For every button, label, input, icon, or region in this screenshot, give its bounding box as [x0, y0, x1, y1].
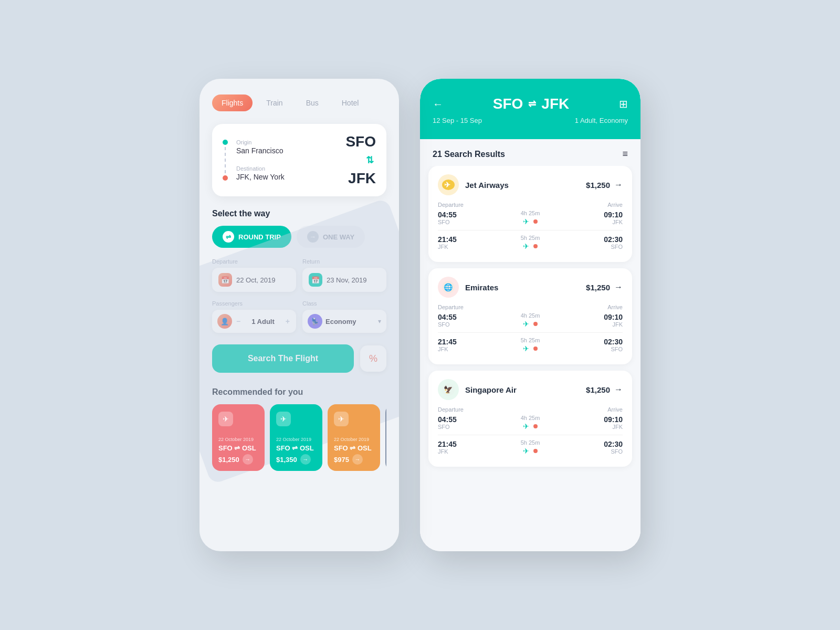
- return-value: 23 Nov, 2019: [327, 276, 366, 284]
- right-phone: ← SFO ⇌ JFK ⊞ 12 Sep - 15 Sep 1 Adult, E…: [420, 79, 640, 551]
- route-dashed-line: [225, 147, 226, 173]
- tabs-row: Flights Train Bus Hotel: [212, 94, 386, 111]
- destination-label: Destination: [236, 165, 337, 172]
- rec-price-1: $1,250 →: [218, 454, 258, 465]
- singapore-seg1-dest-dot: [533, 424, 538, 428]
- tab-hotel[interactable]: Hotel: [332, 94, 369, 111]
- round-trip-btn[interactable]: ⇌ ROUND TRIP: [212, 226, 291, 248]
- flight-card-emirates[interactable]: 🌐 Emirates $1,250 → Departure Arrive 04:…: [428, 268, 632, 364]
- jet-dep-arr-labels: Departure Arrive: [438, 202, 623, 208]
- rec-arrow-3: →: [352, 454, 363, 465]
- passengers-value: 1 Adult: [245, 318, 281, 326]
- departure-label: Departure: [212, 258, 296, 265]
- singapore-seg2-dep: 21:45 JFK: [438, 440, 464, 455]
- return-input[interactable]: 📅 23 Nov, 2019: [302, 268, 386, 292]
- pax-row: Passengers 👤 − 1 Adult + Class 💺 Economy…: [212, 300, 386, 333]
- round-trip-label: ROUND TRIP: [238, 233, 281, 241]
- tab-bus[interactable]: Bus: [297, 94, 328, 111]
- singapore-logo: 🦅: [438, 379, 459, 400]
- recommended-title: Recommended for you: [212, 387, 386, 397]
- rec-plane-icon-2: ✈: [276, 412, 291, 426]
- jet-seg1-arr-time: 09:10: [596, 211, 623, 219]
- jet-arr-label: Arrive: [607, 202, 623, 208]
- header-origin: SFO: [493, 96, 523, 112]
- origin-code: SFO: [345, 134, 376, 149]
- rec-card-2[interactable]: ✈ 22 October 2019 SFO ⇌ OSL $1,350 →: [270, 404, 322, 471]
- singapore-seg1-line: ✈: [519, 422, 542, 430]
- rec-plane-icon-3: ✈: [334, 412, 349, 426]
- departure-value: 22 Oct, 2019: [236, 276, 275, 284]
- jet-seg2-dep: 21:45 JFK: [438, 235, 464, 250]
- route-codes: SFO ⇅ JFK: [345, 134, 376, 186]
- class-control[interactable]: 💺 Economy ▾: [302, 310, 386, 333]
- route-info: Origin San Francisco Destination JFK, Ne…: [236, 139, 337, 181]
- passengers-control[interactable]: 👤 − 1 Adult +: [212, 310, 296, 333]
- jet-price: $1,250: [586, 181, 610, 190]
- rec-card-4[interactable]: ✈ 22 October SFO ⇌ $750 →: [385, 404, 386, 471]
- jet-seg1-line: ✈: [519, 217, 542, 226]
- return-calendar-icon: 📅: [309, 273, 322, 287]
- pax-minus-btn[interactable]: −: [235, 317, 242, 326]
- flight-card-singapore[interactable]: 🦅 Singapore Air $1,250 → Departure Arriv…: [428, 371, 632, 467]
- singapore-seg2-arr-place: SFO: [596, 448, 623, 455]
- rec-price-3: $975 →: [334, 454, 374, 465]
- emirates-seg1-line: ✈: [519, 320, 542, 328]
- origin-dot: [223, 140, 228, 145]
- filter-button[interactable]: ⊞: [619, 98, 628, 110]
- departure-input[interactable]: 📅 22 Oct, 2019: [212, 268, 296, 292]
- jet-seg-2: 21:45 JFK 5h 25m ✈ 02:30 SFO: [438, 235, 623, 250]
- jet-seg2-arr: 02:30 SFO: [596, 235, 623, 250]
- singapore-seg2-dest-dot: [533, 449, 538, 453]
- emirates-seg1-dep-time: 04:55: [438, 313, 464, 321]
- svg-text:🦅: 🦅: [444, 385, 453, 394]
- filter-lines-icon[interactable]: ≡: [622, 149, 628, 160]
- tab-train[interactable]: Train: [257, 94, 292, 111]
- emirates-seg2-dep-place: JFK: [438, 346, 464, 352]
- promo-button[interactable]: %: [360, 345, 386, 372]
- emirates-seg1-arr: 09:10 JFK: [596, 313, 623, 328]
- class-icon: 💺: [308, 314, 322, 329]
- back-button[interactable]: ←: [433, 98, 443, 110]
- rec-card-1[interactable]: ✈ 22 October 2019 SFO ⇌ OSL $1,250 →: [212, 404, 265, 471]
- origin-label: Origin: [236, 139, 337, 145]
- emirates-seg2-dep-time: 21:45: [438, 338, 464, 346]
- emirates-seg2-duration: 5h 25m: [521, 337, 540, 343]
- select-way-title: Select the way: [212, 209, 386, 218]
- jet-seg2-arr-time: 02:30: [596, 235, 623, 244]
- emirates-seg-2: 21:45 JFK 5h 25m ✈ 02:30 SFO: [438, 337, 623, 353]
- singapore-seg1-duration: 4h 25m: [521, 415, 540, 421]
- rec-date-1: 22 October 2019: [218, 437, 258, 442]
- svg-text:🌐: 🌐: [444, 283, 453, 292]
- singapore-arrow-icon: →: [614, 385, 623, 394]
- trip-type-row: ⇌ ROUND TRIP → ONE WAY: [212, 226, 386, 248]
- jet-divider: [438, 230, 623, 230]
- one-way-btn[interactable]: → ONE WAY: [297, 226, 365, 248]
- rec-plane-icon-1: ✈: [218, 412, 233, 426]
- singapore-seg2-dep-time: 21:45: [438, 440, 464, 448]
- jet-name: Jet Airways: [465, 181, 586, 190]
- jet-seg2-dep-place: JFK: [438, 244, 464, 250]
- jet-seg1-duration: 4h 25m: [521, 210, 540, 216]
- emirates-arrow-icon: →: [614, 282, 623, 292]
- class-chevron-icon: ▾: [378, 318, 381, 325]
- singapore-seg-1: 04:55 SFO 4h 25m ✈ 09:10 JFK: [438, 415, 623, 430]
- left-phone: Flights Train Bus Hotel Origin San Franc…: [200, 79, 399, 551]
- singapore-divider: [438, 435, 623, 435]
- search-flight-button[interactable]: Search The Flight: [212, 344, 354, 373]
- jet-seg2-arr-place: SFO: [596, 244, 623, 250]
- flight-card-jet[interactable]: ✈ Jet Airways $1,250 → Departure Arrive …: [428, 166, 632, 262]
- rec-card-3[interactable]: ✈ 22 October 2019 SFO ⇌ OSL $975 →: [328, 404, 380, 471]
- singapore-price: $1,250: [586, 385, 610, 394]
- tab-flights[interactable]: Flights: [212, 94, 253, 111]
- emirates-seg1-dep-place: SFO: [438, 321, 464, 328]
- one-way-icon: →: [307, 231, 319, 243]
- pax-plus-btn[interactable]: +: [285, 317, 291, 326]
- origin-city: San Francisco: [236, 146, 337, 155]
- header-passengers: 1 Adult, Economy: [575, 117, 628, 124]
- search-row: Search The Flight %: [212, 344, 386, 373]
- route-line: [223, 140, 228, 181]
- emirates-seg2-arr-time: 02:30: [596, 338, 623, 346]
- singapore-arr-label: Arrive: [607, 406, 623, 413]
- emirates-seg2-arr: 02:30 SFO: [596, 338, 623, 352]
- swap-icon[interactable]: ⇅: [366, 154, 374, 166]
